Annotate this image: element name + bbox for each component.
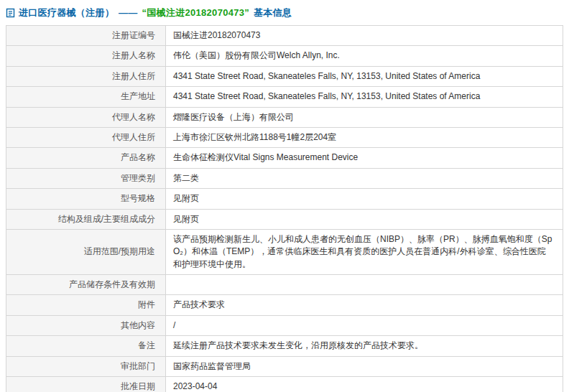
row-label: 其他内容 <box>6 315 166 335</box>
table-row: 产品名称生命体征检测仪Vital Signs Measurement Devic… <box>6 148 563 168</box>
row-value: 国械注进20182070473 <box>166 26 563 46</box>
row-value: 4341 State Street Road, Skaneateles Fall… <box>166 87 563 107</box>
page: 进口医疗器械（注册） —— “国械注进20182070473” 基本信息 注册证… <box>0 0 569 392</box>
row-label: 附件 <box>6 295 166 315</box>
title-dash: —— <box>119 7 138 18</box>
row-label: 适用范围/预期用途 <box>6 229 166 274</box>
table-row: 附件产品技术要求 <box>6 295 563 315</box>
page-header: 进口医疗器械（注册） —— “国械注进20182070473” 基本信息 <box>6 4 563 25</box>
row-value: 产品技术要求 <box>166 295 563 315</box>
row-label: 批准日期 <box>6 377 166 392</box>
row-value: 熠隆医疗设备（上海）有限公司 <box>166 107 563 127</box>
row-label: 注册人名称 <box>6 46 166 66</box>
table-row: 型号规格见附页 <box>6 189 563 209</box>
table-row: 结构及组成/主要组成成分见附页 <box>6 209 563 229</box>
table-row: 注册人住所4341 State Street Road, Skaneateles… <box>6 66 563 86</box>
row-label: 备注 <box>6 336 166 356</box>
row-value: 延续注册产品技术要求未发生变化，沿用原核发的产品技术要求。 <box>166 336 563 356</box>
row-label: 型号规格 <box>6 189 166 209</box>
row-label: 生产地址 <box>6 87 166 107</box>
row-value: 上海市徐汇区钦州北路1188号1幢2层204室 <box>166 127 563 147</box>
document-icon <box>6 8 15 18</box>
title-registration-number: “国械注进20182070473” <box>142 7 249 18</box>
table-row: 审批部门国家药品监督管理局 <box>6 356 563 376</box>
row-value: 第二类 <box>166 168 563 188</box>
table-row: 代理人住所上海市徐汇区钦州北路1188号1幢2层204室 <box>6 127 563 147</box>
table-row: 产品储存条件及有效期 <box>6 275 563 295</box>
table-row: 注册证编号国械注进20182070473 <box>6 26 563 46</box>
row-value: 见附页 <box>166 209 563 229</box>
row-value: 见附页 <box>166 189 563 209</box>
row-value <box>166 275 563 295</box>
table-row: 备注延续注册产品技术要求未发生变化，沿用原核发的产品技术要求。 <box>6 336 563 356</box>
row-value: 该产品预期检测新生儿、小儿和成人患者的无创血压（NIBP）、脉率（PR）、脉搏血… <box>166 229 563 274</box>
row-value: 生命体征检测仪Vital Signs Measurement Device <box>166 148 563 168</box>
row-value: 4341 State Street Road, Skaneateles Fall… <box>166 66 563 86</box>
table-row: 代理人名称熠隆医疗设备（上海）有限公司 <box>6 107 563 127</box>
title-suffix: 基本信息 <box>254 7 292 18</box>
table-row: 生产地址4341 State Street Road, Skaneateles … <box>6 87 563 107</box>
table-row: 管理类别第二类 <box>6 168 563 188</box>
table-row: 批准日期2023-04-04 <box>6 377 563 392</box>
table-row: 注册人名称伟伦（美国）股份有限公司Welch Allyn, Inc. <box>6 46 563 66</box>
row-label: 代理人名称 <box>6 107 166 127</box>
row-value: 国家药品监督管理局 <box>166 356 563 376</box>
row-value: / <box>166 315 563 335</box>
row-label: 产品储存条件及有效期 <box>6 275 166 295</box>
row-label: 审批部门 <box>6 356 166 376</box>
row-label: 代理人住所 <box>6 127 166 147</box>
title-prefix: 进口医疗器械（注册） <box>19 7 114 18</box>
row-label: 注册人住所 <box>6 66 166 86</box>
row-label: 管理类别 <box>6 168 166 188</box>
row-label: 产品名称 <box>6 148 166 168</box>
registration-info-table: 注册证编号国械注进20182070473注册人名称伟伦（美国）股份有限公司Wel… <box>6 25 563 392</box>
row-value: 2023-04-04 <box>166 377 563 392</box>
table-row: 适用范围/预期用途该产品预期检测新生儿、小儿和成人患者的无创血压（NIBP）、脉… <box>6 229 563 274</box>
row-label: 注册证编号 <box>6 26 166 46</box>
page-title: 进口医疗器械（注册） —— “国械注进20182070473” 基本信息 <box>19 6 293 19</box>
row-label: 结构及组成/主要组成成分 <box>6 209 166 229</box>
table-row: 其他内容/ <box>6 315 563 335</box>
row-value: 伟伦（美国）股份有限公司Welch Allyn, Inc. <box>166 46 563 66</box>
